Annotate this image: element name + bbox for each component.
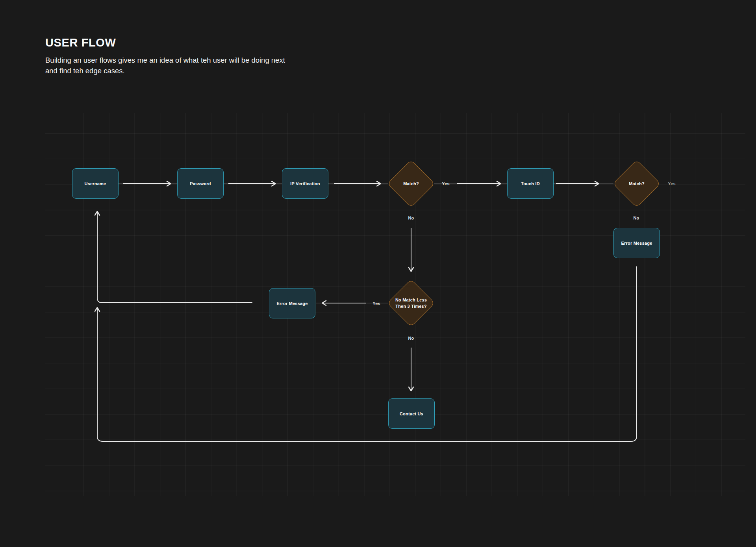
- edge-errormiddle-return-username: [97, 212, 252, 303]
- node-contact-us[interactable]: Contact Us: [388, 398, 435, 429]
- node-touch-id[interactable]: Touch ID: [507, 168, 554, 199]
- edge-label-nomatch-yes: Yes: [372, 301, 380, 306]
- node-match-2-label: Match?: [629, 180, 645, 187]
- node-no-match-less-3[interactable]: No Match Less Then 3 Times?: [387, 279, 435, 327]
- node-error-message-right[interactable]: Error Message: [613, 228, 660, 258]
- edge-label-match2-yes: Yes: [668, 181, 676, 186]
- user-flow-page: USER FLOW Building an user flows gives m…: [0, 0, 756, 547]
- node-touch-id-label: Touch ID: [521, 180, 540, 187]
- edge-errorright-return-loop: [97, 266, 637, 441]
- edge-label-match1-yes: Yes: [442, 181, 450, 186]
- node-error-message-right-label: Error Message: [621, 240, 652, 246]
- edge-label-match1-no: No: [408, 216, 414, 220]
- node-error-message-middle[interactable]: Error Message: [269, 288, 315, 318]
- flow-canvas: Username Password IP Verification Touch …: [0, 0, 756, 547]
- node-ip-verification-label: IP Verification: [290, 180, 320, 187]
- node-match-1-label: Match?: [403, 180, 419, 187]
- node-username-label: Username: [85, 180, 106, 187]
- node-ip-verification[interactable]: IP Verification: [282, 168, 328, 199]
- edge-label-nomatch-no: No: [408, 336, 414, 340]
- node-match-2[interactable]: Match?: [613, 160, 660, 207]
- flow-connectors: [0, 0, 756, 547]
- node-match-1[interactable]: Match?: [387, 160, 435, 207]
- node-contact-us-label: Contact Us: [400, 411, 423, 417]
- node-password[interactable]: Password: [177, 168, 224, 199]
- node-username[interactable]: Username: [72, 168, 119, 199]
- node-error-message-middle-label: Error Message: [276, 300, 308, 307]
- node-password-label: Password: [190, 180, 211, 187]
- node-no-match-less-3-label-line2: Then 3 Times?: [395, 303, 426, 309]
- edge-label-match2-no: No: [633, 216, 639, 220]
- node-no-match-less-3-label-line1: No Match Less: [395, 297, 427, 303]
